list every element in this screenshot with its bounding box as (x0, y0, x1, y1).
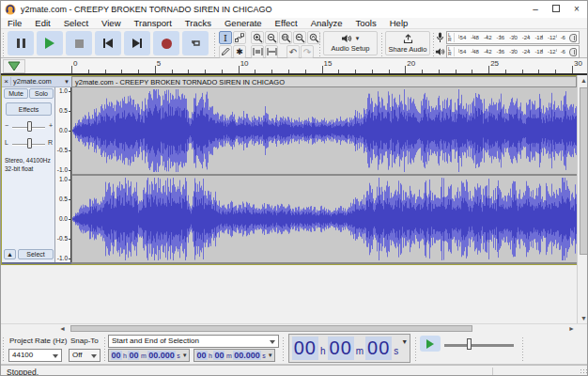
selection-start-field[interactable]: 00h 00m 00.000s ▼ (108, 349, 190, 362)
toolbar-grip[interactable] (380, 32, 384, 56)
undo-button[interactable]: ↶ (286, 45, 300, 58)
combo-arrow-icon (270, 340, 275, 344)
playback-speed-slider[interactable] (442, 337, 516, 351)
recording-meter[interactable]: LR -54-48-42-36-30-24-18-12-6 (446, 31, 580, 44)
menu-item-generate[interactable]: Generate (218, 18, 269, 28)
zoom-selection-button[interactable] (279, 31, 292, 44)
scroll-left-icon[interactable]: ◄ (59, 324, 66, 333)
effects-button[interactable]: Effects (6, 102, 52, 116)
scroll-right-icon[interactable]: ► (568, 324, 575, 333)
ruler-tick (255, 70, 255, 73)
toolbar-grip[interactable] (318, 32, 322, 56)
ruler-label: 0 (73, 59, 77, 68)
pan-slider-thumb[interactable] (27, 138, 32, 149)
toolbar-grip[interactable] (103, 337, 107, 361)
ruler-tick (222, 70, 223, 73)
waveform-channel-left[interactable] (72, 87, 577, 174)
gain-slider[interactable]: − + (5, 121, 53, 133)
maximize-button[interactable] (546, 1, 566, 16)
menu-item-analyze[interactable]: Analyze (304, 18, 349, 28)
vertical-scrollbar-thumb[interactable] (580, 87, 588, 255)
share-audio-button[interactable]: Share Audio (385, 31, 430, 55)
timefield-dropdown-icon[interactable]: ▼ (182, 352, 188, 358)
meter-scale-label: -42 (484, 49, 492, 55)
silence-audio-button[interactable] (265, 45, 278, 58)
audio-position-display[interactable]: 00h 00m 00s ▼ (288, 334, 410, 363)
menu-item-file[interactable]: File (1, 18, 28, 28)
snap-to-combo[interactable]: Off (69, 349, 101, 362)
timefield-dropdown-icon[interactable]: ▼ (401, 338, 408, 345)
loop-button[interactable] (182, 31, 209, 55)
skip-to-start-button[interactable] (95, 31, 121, 55)
ruler-tick (322, 66, 323, 73)
selection-tool-button[interactable]: I (219, 31, 232, 44)
waveform-channel-right[interactable] (72, 176, 577, 262)
scroll-up-icon[interactable]: ▲ (578, 77, 588, 84)
toolbar-grip[interactable] (282, 337, 286, 361)
horizontal-scrollbar[interactable]: ◄ ► (1, 323, 588, 333)
minimize-button[interactable]: – (525, 1, 546, 16)
toolbar-grip[interactable] (414, 337, 418, 361)
stop-button[interactable] (66, 31, 92, 55)
loop-region-button[interactable] (3, 59, 25, 73)
timefield-dropdown-icon[interactable]: ▼ (268, 352, 273, 358)
project-rate-combo[interactable]: 44100 (8, 349, 62, 362)
scroll-down-icon[interactable]: ▼ (578, 315, 588, 321)
ruler-tick (288, 70, 289, 73)
resize-grip[interactable] (580, 368, 588, 376)
meter-scale-label: -24 (522, 35, 531, 40)
redo-button[interactable]: ↷ (301, 45, 314, 58)
menu-item-effect[interactable]: Effect (269, 18, 304, 28)
timeline-ruler[interactable]: 051015202530 (1, 58, 588, 75)
record-button[interactable] (153, 31, 179, 55)
menu-item-edit[interactable]: Edit (28, 18, 56, 28)
vertical-scrollbar[interactable]: ▲ ▼ (577, 75, 588, 323)
selection-mode-combo[interactable]: Start and End of Selection (108, 335, 279, 348)
toolbar: I ✱ ↶ ↷ (1, 28, 588, 58)
menu-item-tracks[interactable]: Tracks (178, 18, 218, 28)
speed-slider-thumb[interactable] (467, 338, 472, 350)
pause-button[interactable] (8, 31, 34, 55)
toolbar-grip[interactable] (2, 32, 6, 56)
multi-tool-button[interactable]: ✱ (233, 45, 246, 58)
solo-button[interactable]: Solo (29, 88, 54, 99)
close-button[interactable]: × (566, 1, 587, 16)
play-at-speed-button[interactable] (420, 336, 441, 352)
vertical-scale-ruler: 1.00.50.0-0.5-1.01.00.50.0-0.5-1.0 (55, 87, 71, 262)
audio-setup-button[interactable]: ▼ Audio Setup (323, 31, 378, 55)
toolbar-grip[interactable] (2, 337, 6, 361)
envelope-tool-button[interactable] (233, 31, 246, 44)
menu-item-help[interactable]: Help (383, 18, 415, 28)
horizontal-scrollbar-thumb[interactable] (70, 325, 472, 332)
zoom-out-button[interactable] (265, 31, 278, 44)
audio-clip[interactable]: y2mate.com - CREEPY BROKEN TORNADO SIREN… (71, 76, 576, 264)
track-menu-icon[interactable]: ▼ (64, 79, 71, 85)
recording-meter-scale: -54-48-42-36-30-24-18-12-6 (455, 35, 569, 40)
select-track-button[interactable]: Select (18, 249, 54, 259)
draw-tool-button[interactable] (219, 45, 232, 58)
menu-item-transport[interactable]: Transport (128, 18, 178, 28)
track-header[interactable]: × y2mate.com ▼ (2, 76, 71, 87)
menu-item-tools[interactable]: Tools (349, 18, 383, 28)
toolbar-grip[interactable] (521, 337, 525, 361)
menu-item-select[interactable]: Select (57, 18, 95, 28)
trim-audio-button[interactable] (251, 45, 264, 58)
zoom-in-button[interactable] (251, 31, 264, 44)
scale-tick (69, 180, 70, 180)
track-name[interactable]: y2mate.com (11, 77, 64, 86)
clip-title[interactable]: y2mate.com - CREEPY BROKEN TORNADO SIREN… (72, 76, 577, 87)
mute-button[interactable]: Mute (4, 88, 28, 99)
zoom-fit-button[interactable] (293, 31, 306, 44)
playback-meter[interactable]: LR -54-48-42-36-30-24-18-12-6 (446, 45, 580, 58)
skip-to-end-button[interactable] (124, 31, 150, 55)
collapse-track-button[interactable]: ▲ (4, 249, 16, 259)
toolbar-grip[interactable] (213, 32, 217, 56)
skip-to-end-icon (132, 39, 143, 48)
pan-slider[interactable]: L R (5, 138, 53, 150)
menu-item-view[interactable]: View (95, 18, 127, 28)
gain-slider-thumb[interactable] (27, 121, 32, 132)
selection-end-field[interactable]: 00h 00m 00.000s ▼ (193, 349, 275, 362)
ruler-tick (572, 66, 573, 73)
play-button[interactable] (37, 31, 63, 55)
track-close-icon[interactable]: × (2, 77, 11, 86)
